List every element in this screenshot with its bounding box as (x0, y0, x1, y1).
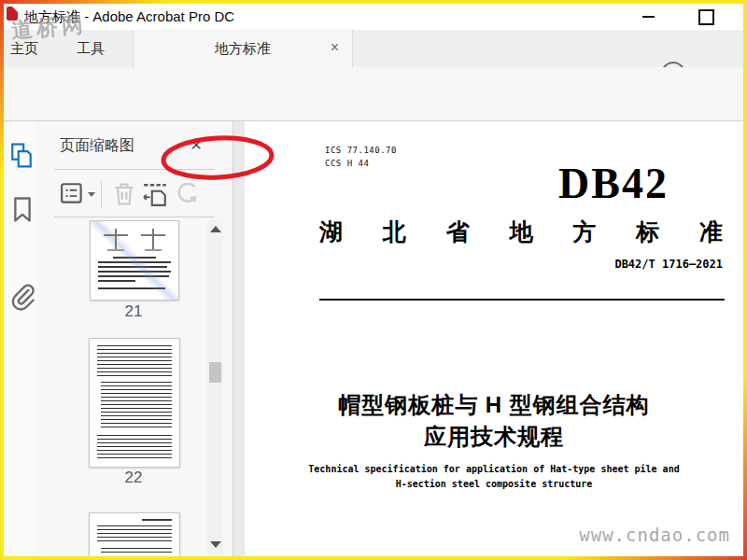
panel-title: 页面缩略图 (60, 136, 134, 156)
document-pane: ICS 77.140.70 CCS H 44 DB42 湖北省地方标准 DB42… (233, 121, 743, 556)
window-title: 地方标准 - Adobe Acrobat Pro DC (24, 8, 234, 26)
standard-code: DB42 (558, 159, 669, 208)
thumbnail-page-number[interactable]: 22 (90, 469, 177, 487)
thumbnail-page-23-partial[interactable] (89, 512, 180, 556)
thumbnail-figure (141, 229, 165, 251)
tab-document-label: 地方标准 (215, 40, 271, 58)
site-watermark: www.cndao.com (579, 525, 730, 545)
main-toolbar: / 52 46.4% (4, 67, 743, 121)
standard-number: DB42/T 1716—2021 (319, 258, 723, 271)
panel-divider-2 (54, 217, 215, 217)
ics-code: ICS 77.140.70 (325, 146, 397, 155)
tab-tools[interactable]: 工具 (62, 30, 120, 67)
tab-home[interactable]: 主页 (4, 30, 50, 67)
rotate-pages-icon[interactable] (177, 183, 200, 207)
panel-close-icon[interactable]: × (190, 133, 202, 156)
panel-options-caret-icon[interactable] (88, 192, 95, 197)
ccs-code: CCS H 44 (325, 159, 369, 168)
thumbnails-panel: 页面缩略图 × (37, 121, 233, 556)
tab-bar: 主页 工具 地方标准 × ? 登录 (4, 30, 743, 67)
page-thumbnails-icon[interactable] (9, 142, 34, 170)
bookmarks-icon[interactable] (11, 196, 34, 224)
pdf-page: ICS 77.140.70 CCS H 44 DB42 湖北省地方标准 DB42… (245, 121, 743, 556)
acrobat-app-icon (7, 7, 18, 21)
panel-options-icon[interactable] (60, 181, 86, 207)
doc-subtitle-en-line2: H-section steel composite structure (254, 479, 734, 489)
screenshot-frame: 地方标准 - Adobe Acrobat Pro DC 道桥网 主页 工具 地方… (0, 0, 747, 560)
standard-name: 湖北省地方标准 (319, 217, 723, 247)
scroll-down-icon[interactable] (210, 541, 221, 548)
thumbnail-page-21[interactable] (90, 220, 179, 301)
panel-divider (54, 169, 215, 170)
panel-scrollbar-track[interactable] (207, 220, 223, 556)
delete-pages-icon[interactable] (112, 181, 136, 207)
panel-tools-divider (101, 181, 102, 207)
extract-pages-icon[interactable] (142, 181, 168, 207)
panel-scrollbar-thumb[interactable] (209, 362, 221, 383)
minimize-icon[interactable] (642, 16, 655, 18)
thumbnail-page-number[interactable]: 21 (90, 302, 177, 321)
header-rule (319, 299, 725, 301)
title-bar: 地方标准 - Adobe Acrobat Pro DC (4, 4, 743, 30)
maximize-icon[interactable] (698, 9, 714, 25)
scroll-up-icon[interactable] (210, 226, 221, 232)
acrobat-window: 地方标准 - Adobe Acrobat Pro DC 道桥网 主页 工具 地方… (4, 4, 743, 556)
doc-subtitle-en-line1: Technical specification for application … (254, 464, 734, 474)
attachments-icon[interactable] (9, 282, 35, 319)
doc-title-line2: 应用技术规程 (282, 422, 706, 452)
navigation-rail (4, 121, 37, 556)
thumbnail-figure (104, 229, 128, 251)
tab-close-icon[interactable]: × (331, 38, 339, 57)
doc-title-line1: 帽型钢板桩与 H 型钢组合结构 (282, 390, 706, 420)
tab-document[interactable]: 地方标准 × (133, 30, 353, 67)
thumbnail-page-22[interactable] (89, 338, 180, 468)
